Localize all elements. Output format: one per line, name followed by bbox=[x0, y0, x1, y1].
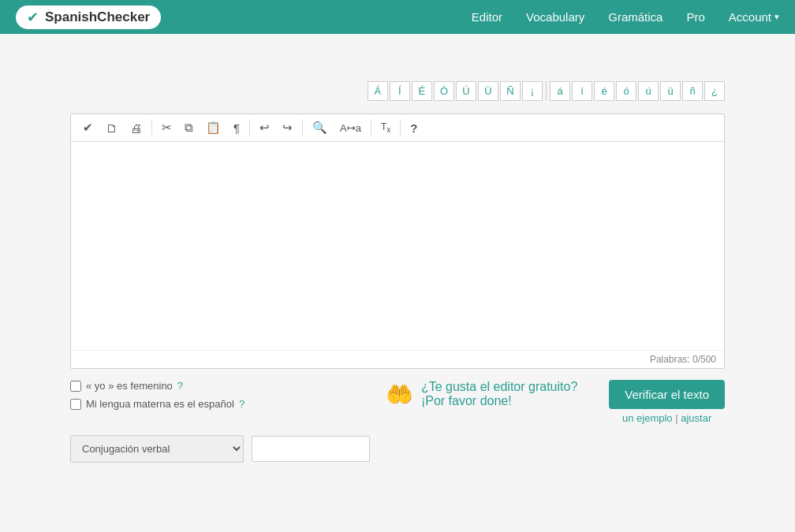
search-btn[interactable]: 🔍 bbox=[307, 117, 333, 138]
editor-textarea[interactable] bbox=[71, 142, 724, 347]
logo-icon: ✔ bbox=[27, 9, 39, 26]
special-chars-bar: Á Í É Ó Ú Ü Ñ ¡ á í é ó ú ü ñ ¿ bbox=[368, 81, 725, 101]
char-u-diaeresis-lower[interactable]: ü bbox=[660, 81, 681, 101]
char-U-upper[interactable]: Ú bbox=[456, 81, 476, 101]
nav-gramatica[interactable]: Gramática bbox=[608, 10, 662, 24]
donation-section: 🤲 ¿Te gusta el editor gratuito? ¡Por fav… bbox=[386, 380, 577, 408]
toolbar-divider-4 bbox=[371, 120, 371, 136]
redo-btn[interactable]: ↪ bbox=[277, 117, 298, 138]
toolbar-divider-1 bbox=[151, 120, 152, 136]
lengua-materna-help[interactable]: ? bbox=[239, 398, 244, 410]
conjugation-select[interactable]: Conjugación verbal bbox=[70, 435, 244, 463]
example-link[interactable]: un ejemplo bbox=[622, 412, 673, 424]
lengua-materna-label: Mi lengua materna es el español bbox=[86, 398, 234, 410]
verify-button[interactable]: Verificar el texto bbox=[609, 380, 725, 409]
nav-editor[interactable]: Editor bbox=[472, 10, 502, 24]
logo-text: SpanishChecker bbox=[45, 9, 150, 25]
donation-link[interactable]: ¿Te gusta el editor gratuito? bbox=[421, 380, 577, 393]
adjust-link[interactable]: ajustar bbox=[681, 412, 711, 424]
bottom-row: Conjugación verbal bbox=[70, 435, 725, 463]
navbar: ✔ SpanishChecker Editor Vocabulary Gramá… bbox=[0, 0, 795, 34]
char-inverted-exclamation[interactable]: ¡ bbox=[522, 81, 543, 101]
new-doc-btn[interactable]: 🗋 bbox=[100, 118, 123, 138]
account-menu[interactable]: Account ▾ bbox=[729, 10, 779, 24]
char-I-upper[interactable]: Í bbox=[390, 81, 410, 101]
yo-femenino-help[interactable]: ? bbox=[177, 380, 183, 392]
format-btn[interactable]: ¶ bbox=[228, 118, 245, 138]
replace-btn[interactable]: A↦a bbox=[334, 119, 367, 137]
undo-btn[interactable]: ↩ bbox=[254, 117, 275, 138]
cut-btn[interactable]: ✂ bbox=[156, 117, 177, 138]
bottom-controls: « yo » es femenino ? Mi lengua materna e… bbox=[70, 380, 725, 424]
nav-links: Editor Vocabulary Gramática Pro Account … bbox=[472, 10, 779, 24]
word-count: Palabras: 0/500 bbox=[650, 354, 716, 365]
char-n-tilde-lower[interactable]: ñ bbox=[682, 81, 703, 101]
char-U-diaeresis-upper[interactable]: Ü bbox=[478, 81, 498, 101]
paste-btn[interactable]: 📋 bbox=[200, 117, 226, 138]
yo-femenino-label: « yo » es femenino bbox=[86, 380, 173, 392]
yo-femenino-checkbox[interactable] bbox=[70, 381, 81, 392]
verify-section: Verificar el texto un ejemplo | ajustar bbox=[609, 380, 725, 424]
conjugation-input[interactable] bbox=[252, 436, 370, 462]
donation-sub-link[interactable]: ¡Por favor done! bbox=[421, 394, 512, 407]
char-E-upper[interactable]: É bbox=[412, 81, 432, 101]
logo[interactable]: ✔ SpanishChecker bbox=[16, 6, 161, 29]
char-u-lower[interactable]: ú bbox=[638, 81, 659, 101]
nav-pro[interactable]: Pro bbox=[686, 10, 704, 24]
nav-vocabulary[interactable]: Vocabulary bbox=[526, 10, 584, 24]
account-caret-icon: ▾ bbox=[774, 12, 779, 22]
toolbar-divider-3 bbox=[302, 120, 303, 136]
checkboxes-section: « yo » es femenino ? Mi lengua materna e… bbox=[70, 380, 244, 410]
char-N-tilde-upper[interactable]: Ñ bbox=[500, 81, 521, 101]
spellcheck-btn[interactable]: ✔ bbox=[77, 117, 99, 138]
checkbox-row-1: « yo » es femenino ? bbox=[70, 380, 244, 392]
char-i-lower[interactable]: í bbox=[572, 81, 592, 101]
chars-divider bbox=[546, 81, 547, 101]
char-o-lower[interactable]: ó bbox=[616, 81, 636, 101]
char-e-lower[interactable]: é bbox=[594, 81, 614, 101]
char-inverted-question[interactable]: ¿ bbox=[704, 81, 725, 101]
char-O-upper[interactable]: Ó bbox=[434, 81, 454, 101]
checkbox-row-2: Mi lengua materna es el español ? bbox=[70, 398, 244, 410]
print-btn[interactable]: 🖨 bbox=[125, 118, 147, 138]
editor-footer: Palabras: 0/500 bbox=[71, 350, 724, 368]
clear-format-btn[interactable]: Tx bbox=[375, 118, 396, 137]
editor-container: ✔ 🗋 🖨 ✂ ⧉ 📋 ¶ ↩ ↪ 🔍 A↦a Tx ? Palabras: 0… bbox=[70, 113, 725, 369]
toolbar: ✔ 🗋 🖨 ✂ ⧉ 📋 ¶ ↩ ↪ 🔍 A↦a Tx ? bbox=[71, 114, 724, 142]
verify-links: un ejemplo | ajustar bbox=[622, 412, 711, 424]
copy-btn[interactable]: ⧉ bbox=[179, 117, 199, 138]
char-a-lower[interactable]: á bbox=[550, 81, 570, 101]
char-A-upper[interactable]: Á bbox=[368, 81, 388, 101]
toolbar-divider-5 bbox=[400, 120, 401, 136]
toolbar-divider-2 bbox=[249, 120, 250, 136]
heart-icon: 🤲 bbox=[386, 381, 413, 407]
lengua-materna-checkbox[interactable] bbox=[70, 399, 81, 410]
account-label: Account bbox=[729, 10, 771, 24]
help-btn[interactable]: ? bbox=[405, 118, 423, 138]
donation-text: ¿Te gusta el editor gratuito? ¡Por favor… bbox=[421, 380, 577, 408]
main-content: Á Í É Ó Ú Ü Ñ ¡ á í é ó ú ü ñ ¿ ✔ 🗋 🖨 ✂ bbox=[0, 34, 795, 478]
